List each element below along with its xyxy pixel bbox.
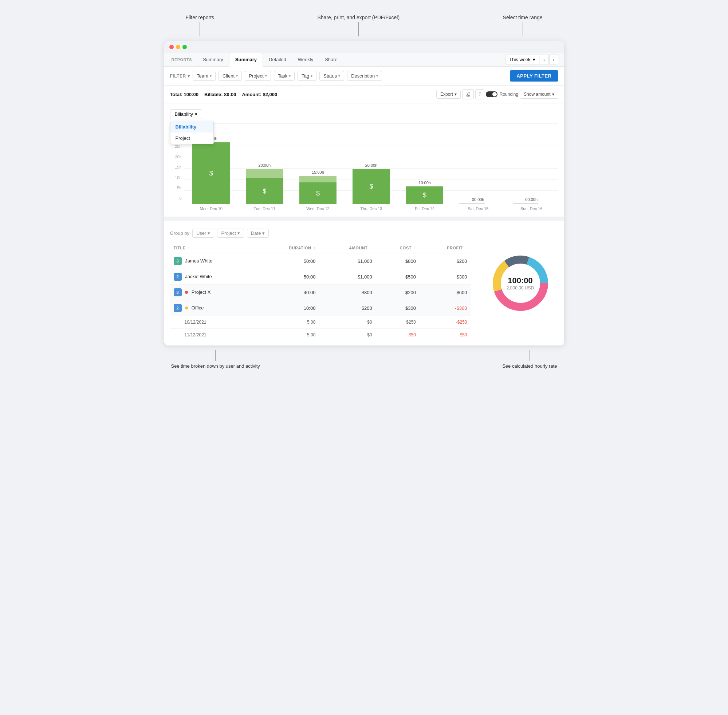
next-week-button[interactable]: › <box>549 54 558 65</box>
tag-filter[interactable]: Tag ▾ <box>298 71 316 81</box>
y-label-10: 10h <box>170 175 184 180</box>
table-header-row: TITLE ↕ DURATION ↕ AMOUNT ↕ <box>170 243 471 253</box>
filter-label: FILTER ▾ <box>170 74 190 78</box>
cell-amount-date1: $0 <box>319 316 376 329</box>
section-divider <box>164 217 564 220</box>
x-label-wed: Wed, Dec 12 <box>306 207 329 211</box>
cell-duration-projectx: 40:00 <box>256 285 319 300</box>
cell-amount-projectx: $800 <box>319 285 376 300</box>
chevron-down-icon: ▾ <box>262 231 265 236</box>
total-stat: Total: 100:00 <box>170 92 199 97</box>
x-label-thu: Thu, Dec 13 <box>361 207 382 211</box>
group-by-user[interactable]: User ▾ <box>192 229 214 238</box>
share-print-annotation: Share, print, and export (PDF/Excel) <box>317 15 400 36</box>
tab-summary[interactable]: Summary <box>197 53 229 66</box>
cell-duration-date1: 5:00 <box>256 316 319 329</box>
table-row[interactable]: 8 Project X 40:00 $800 $200 $600 <box>170 285 471 300</box>
print-button[interactable]: 🖨 <box>462 89 474 100</box>
cell-duration-james: 50:00 <box>256 253 319 269</box>
col-title[interactable]: TITLE ↕ <box>170 243 256 253</box>
table-row[interactable]: 3 James White 50:00 $1,000 $800 $200 <box>170 253 471 269</box>
export-button[interactable]: Export ▾ <box>436 90 461 99</box>
chevron-down-icon: ▾ <box>289 74 291 78</box>
cell-title-projectx: 8 Project X <box>170 285 256 300</box>
sort-icon-amount: ↕ <box>370 246 372 250</box>
tab-summary-active[interactable]: Summary <box>229 53 263 66</box>
chevron-down-icon: ▾ <box>376 74 378 78</box>
table-row[interactable]: 2 Jackie White 50:00 $1,000 $500 $300 <box>170 269 471 285</box>
x-label-fri: Fri, Dec 14 <box>415 207 435 211</box>
cell-cost-date2: -$50 <box>376 329 420 341</box>
team-filter[interactable]: Team ▾ <box>193 71 216 81</box>
bar-billable-wed: $ <box>299 183 337 204</box>
sort-icon-duration: ↕ <box>314 246 316 250</box>
share-button[interactable]: ⤴ <box>475 89 484 100</box>
tabs-bar: REPORTS Summary Summary Detailed Weekly … <box>164 53 564 66</box>
bar-wed: 15:00h $ Wed, Dec 12 <box>292 124 345 211</box>
badge-james: 3 <box>174 257 182 265</box>
tab-share[interactable]: Share <box>319 53 343 66</box>
show-amount-button[interactable]: Show amount ▾ <box>520 90 558 99</box>
cell-cost-james: $800 <box>376 253 420 269</box>
bar-billable-tue: $ <box>246 178 283 204</box>
close-dot[interactable] <box>169 45 174 49</box>
cell-title-date2: 11/12/2021 <box>170 329 256 341</box>
chevron-down-icon: ▾ <box>311 74 313 78</box>
main-card: REPORTS Summary Summary Detailed Weekly … <box>164 41 565 346</box>
bar-sun: 00:00h Sun, Dec 16 <box>505 124 558 211</box>
toggle-switch[interactable] <box>486 91 497 97</box>
breakdown-annotation: See time broken down by user and activit… <box>171 350 260 369</box>
cell-duration-jackie: 50:00 <box>256 269 319 285</box>
dot-projectx <box>185 291 188 294</box>
table-row[interactable]: 2 Office 10:00 $200 $300 -$300 <box>170 300 471 316</box>
group-option-billability[interactable]: Billability <box>171 121 213 133</box>
time-range-select[interactable]: This week ▾ <box>505 54 539 65</box>
dot-office <box>185 306 188 309</box>
tab-weekly[interactable]: Weekly <box>292 53 319 66</box>
col-duration[interactable]: DURATION ↕ <box>256 243 319 253</box>
tab-detailed[interactable]: Detailed <box>263 53 292 66</box>
hourly-rate-annotation: See calculated hourly rate <box>502 350 557 369</box>
rounding-toggle[interactable]: Rounding <box>486 91 518 97</box>
client-filter[interactable]: Client ▾ <box>219 71 242 81</box>
table-row[interactable]: 11/12/2021 5:00 $0 -$50 -$50 <box>170 329 471 341</box>
dollar-icon-mon: $ <box>209 170 213 177</box>
cell-profit-date1: -$250 <box>420 316 471 329</box>
description-filter[interactable]: Description ▾ <box>347 71 382 81</box>
group-by-label: Group by <box>170 231 189 236</box>
cell-profit-jackie: $300 <box>420 269 471 285</box>
apply-filter-button[interactable]: APPLY FILTER <box>510 70 558 81</box>
project-filter[interactable]: Project ▾ <box>245 71 270 81</box>
bar-label-sat: 00:00h <box>472 197 484 202</box>
chart-area: Billability ▾ Billability Project 0 5h 1… <box>164 103 564 217</box>
col-cost[interactable]: COST ↕ <box>376 243 420 253</box>
group-option-project[interactable]: Project <box>171 133 213 144</box>
table-row[interactable]: 10/12/2021 5:00 $0 $250 -$250 <box>170 316 471 329</box>
bar-empty-sun <box>513 203 538 204</box>
bar-thu: 20:00h $ Thu, Dec 13 <box>344 124 398 211</box>
page-wrapper: Filter reports Share, print, and export … <box>164 15 565 369</box>
group-by-date[interactable]: Date ▾ <box>247 229 269 238</box>
chart-group-button[interactable]: Billability ▾ <box>170 109 202 119</box>
minimize-dot[interactable] <box>176 45 180 49</box>
cell-amount-jackie: $1,000 <box>319 269 376 285</box>
sort-icon-cost: ↕ <box>414 246 416 250</box>
dollar-icon-fri: $ <box>423 192 426 199</box>
bar-label-tue: 20:00h <box>258 163 271 167</box>
cell-cost-date1: $250 <box>376 316 420 329</box>
task-filter[interactable]: Task ▾ <box>274 71 295 81</box>
chevron-down-icon: ▾ <box>195 112 197 117</box>
bar-label-fri: 10:00h <box>418 181 431 185</box>
filter-bar: FILTER ▾ Team ▾ Client ▾ Project ▾ Task … <box>164 66 564 86</box>
col-amount[interactable]: AMOUNT ↕ <box>319 243 376 253</box>
col-profit[interactable]: PROFIT ↕ <box>420 243 471 253</box>
status-filter[interactable]: Status ▾ <box>319 71 344 81</box>
maximize-dot[interactable] <box>183 45 187 49</box>
group-by-project[interactable]: Project ▾ <box>217 229 244 238</box>
prev-week-button[interactable]: ‹ <box>540 54 548 65</box>
cell-amount-office: $200 <box>319 300 376 316</box>
x-label-tue: Tue, Dec 11 <box>254 207 276 211</box>
time-range-group: This week ▾ ‹ › <box>505 54 558 65</box>
x-label-sat: Sat, Dec 15 <box>468 207 488 211</box>
bar-empty-sat <box>459 203 485 204</box>
